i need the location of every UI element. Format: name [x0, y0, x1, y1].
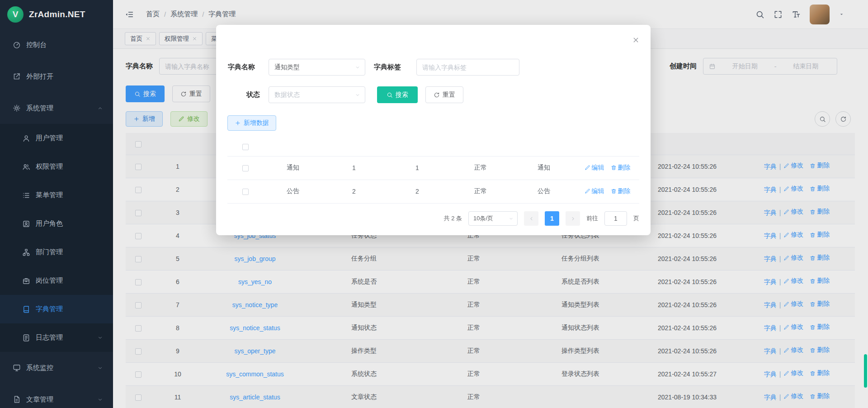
op-delete-link[interactable]: 删除	[810, 185, 830, 193]
prev-page-button[interactable]	[524, 211, 538, 226]
op-edit-link[interactable]: 修改	[783, 392, 803, 400]
breadcrumb-item[interactable]: 字典管理 /	[208, 10, 236, 19]
sidebar-item-system[interactable]: 系统管理	[0, 92, 113, 124]
sidebar-item-menus[interactable]: 菜单管理	[0, 181, 113, 209]
op-edit-link[interactable]: 修改	[783, 254, 803, 262]
op-delete-link[interactable]: 删除	[810, 231, 830, 239]
page-scrollbar-thumb[interactable]	[864, 354, 867, 388]
op-delete-link[interactable]: 删除	[611, 187, 631, 195]
op-edit-link[interactable]: 修改	[783, 277, 803, 285]
row-checkbox[interactable]	[135, 348, 142, 355]
tab-close-icon[interactable]	[146, 36, 151, 41]
dialog-search-button[interactable]: 搜索	[377, 86, 418, 103]
op-delete-link[interactable]: 删除	[810, 161, 830, 170]
op-dict-link[interactable]: 字典	[764, 232, 777, 240]
op-delete-link[interactable]: 删除	[810, 208, 830, 216]
dict-type-link[interactable]: sys_job_group	[234, 255, 275, 262]
tab-item[interactable]: 首页	[125, 32, 156, 45]
add-button[interactable]: 新增	[126, 111, 163, 127]
next-page-button[interactable]	[566, 211, 580, 226]
op-delete-link[interactable]: 删除	[611, 164, 631, 172]
sidebar-item-users[interactable]: 用户管理	[0, 124, 113, 152]
dict-label-input[interactable]	[416, 59, 519, 76]
goto-page-input[interactable]	[604, 211, 627, 226]
sidebar-item-monitor[interactable]: 系统监控	[0, 352, 113, 384]
fullscreen-button[interactable]	[774, 10, 783, 19]
row-checkbox[interactable]	[242, 189, 249, 195]
sidebar-item-articles[interactable]: 文章管理	[0, 384, 113, 408]
tab-close-icon[interactable]	[192, 36, 197, 41]
search-button[interactable]: 搜索	[126, 85, 165, 102]
dict-type-link[interactable]: sys_article_status	[230, 394, 280, 401]
sidebar-item-logs[interactable]: 日志管理	[0, 323, 113, 352]
page-size-select[interactable]: 10条/页	[468, 211, 518, 226]
op-delete-link[interactable]: 删除	[810, 254, 830, 262]
op-dict-link[interactable]: 字典	[764, 347, 777, 356]
table-search-toggle-button[interactable]	[815, 111, 830, 127]
reset-button[interactable]: 重置	[172, 85, 210, 102]
sidebar-item-roles[interactable]: 用户角色	[0, 209, 113, 238]
op-edit-link[interactable]: 修改	[783, 231, 803, 239]
sidebar-collapse-button[interactable]	[124, 9, 134, 19]
op-delete-link[interactable]: 删除	[810, 277, 830, 285]
op-dict-link[interactable]: 字典	[764, 186, 777, 194]
tab-item[interactable]: 权限管理	[159, 32, 203, 45]
dialog-reset-button[interactable]: 重置	[425, 86, 463, 103]
op-dict-link[interactable]: 字典	[764, 324, 777, 332]
user-avatar[interactable]	[810, 5, 830, 24]
op-edit-link[interactable]: 修改	[783, 185, 803, 193]
op-edit-link[interactable]: 编辑	[585, 187, 604, 195]
dict-type-link[interactable]: sys_yes_no	[238, 278, 272, 285]
row-checkbox[interactable]	[135, 256, 142, 262]
dict-type-link[interactable]: sys_oper_type	[234, 347, 275, 355]
op-delete-link[interactable]: 删除	[810, 300, 830, 308]
sidebar-logo[interactable]: V ZrAdmin.NET	[0, 0, 113, 29]
dict-type-link[interactable]: sys_notice_status	[230, 324, 280, 332]
op-delete-link[interactable]: 删除	[810, 346, 830, 354]
op-edit-link[interactable]: 编辑	[585, 164, 604, 172]
breadcrumb-item[interactable]: 首页 /	[146, 10, 166, 19]
row-checkbox[interactable]	[135, 394, 142, 401]
row-checkbox[interactable]	[242, 165, 249, 171]
op-dict-link[interactable]: 字典	[764, 278, 777, 286]
breadcrumb-item[interactable]: 系统管理 /	[170, 10, 204, 19]
op-edit-link[interactable]: 修改	[783, 208, 803, 216]
op-edit-link[interactable]: 修改	[783, 346, 803, 354]
op-dict-link[interactable]: 字典	[764, 163, 777, 171]
op-edit-link[interactable]: 修改	[783, 323, 803, 331]
date-range-picker[interactable]: 开始日期 - 结束日期	[703, 58, 837, 75]
font-size-button[interactable]	[792, 10, 801, 19]
modify-button[interactable]: 修改	[170, 111, 208, 127]
sidebar-item-external[interactable]: 外部打开	[0, 61, 113, 92]
row-checkbox[interactable]	[135, 302, 142, 308]
row-checkbox[interactable]	[135, 233, 142, 239]
sidebar-item-permissions[interactable]: 权限管理	[0, 152, 113, 181]
table-refresh-button[interactable]	[835, 111, 851, 127]
row-checkbox[interactable]	[135, 371, 142, 378]
op-dict-link[interactable]: 字典	[764, 370, 777, 379]
sidebar-item-dashboard[interactable]: 控制台	[0, 29, 113, 61]
sidebar-item-departments[interactable]: 部门管理	[0, 238, 113, 266]
select-all-checkbox[interactable]	[135, 141, 142, 147]
op-dict-link[interactable]: 字典	[764, 301, 777, 309]
select-all-checkbox[interactable]	[242, 144, 249, 150]
status-select[interactable]: 数据状态	[269, 86, 365, 103]
dict-name-select[interactable]: 通知类型	[269, 59, 365, 76]
row-checkbox[interactable]	[135, 210, 142, 216]
op-delete-link[interactable]: 删除	[810, 323, 830, 331]
op-edit-link[interactable]: 修改	[783, 369, 803, 377]
row-checkbox[interactable]	[135, 187, 142, 193]
op-edit-link[interactable]: 修改	[783, 300, 803, 308]
op-dict-link[interactable]: 字典	[764, 255, 777, 263]
sidebar-item-posts[interactable]: 岗位管理	[0, 266, 113, 295]
row-checkbox[interactable]	[135, 325, 142, 332]
dict-type-link[interactable]: sys_common_status	[226, 370, 284, 378]
op-delete-link[interactable]: 删除	[810, 369, 830, 377]
header-search-button[interactable]	[755, 10, 764, 19]
sidebar-item-dictionary[interactable]: 字典管理	[0, 295, 113, 323]
add-data-button[interactable]: 新增数据	[227, 115, 276, 131]
op-delete-link[interactable]: 删除	[810, 392, 830, 400]
op-edit-link[interactable]: 修改	[783, 161, 803, 170]
op-dict-link[interactable]: 字典	[764, 394, 777, 402]
op-dict-link[interactable]: 字典	[764, 209, 777, 217]
